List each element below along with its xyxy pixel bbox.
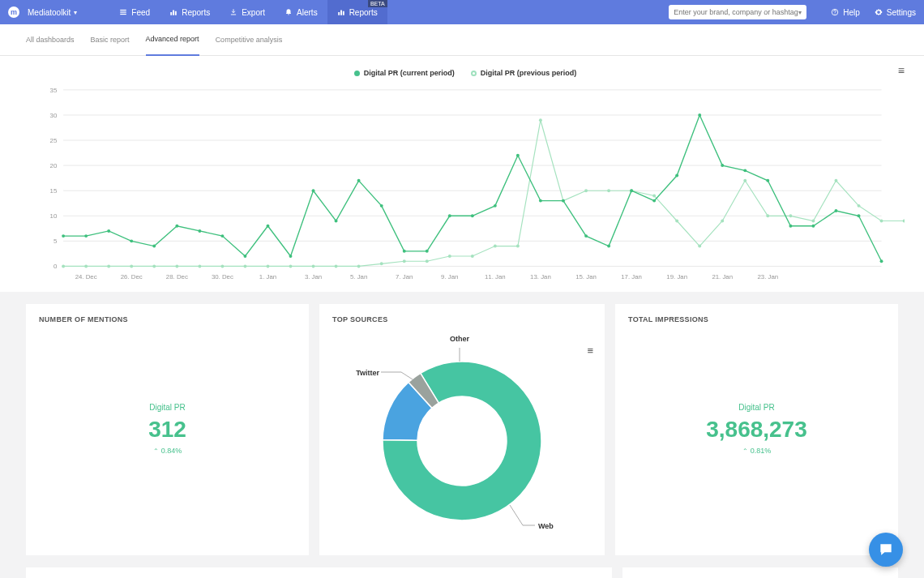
svg-rect-2: [121, 14, 127, 15]
svg-point-81: [62, 234, 65, 238]
svg-point-105: [607, 245, 610, 248]
svg-point-49: [198, 264, 201, 268]
nav-reports-beta[interactable]: Reports BETA: [327, 0, 387, 24]
mentions-value: 312: [148, 417, 186, 443]
nav-reports[interactable]: Reports: [160, 0, 220, 24]
svg-text:13. Jan: 13. Jan: [530, 273, 551, 280]
svg-text:15: 15: [50, 187, 58, 195]
tab-competitive-analysis[interactable]: Competitive analysis: [216, 24, 283, 56]
svg-point-88: [220, 234, 224, 238]
legend-current[interactable]: Digital PR (current period): [354, 69, 455, 77]
card-impressions: TOTAL IMPRESSIONS Digital PR 3,868,273 ⌃…: [615, 304, 898, 555]
card-mentions-title: NUMBER OF MENTIONS: [39, 315, 296, 323]
svg-point-59: [426, 259, 429, 263]
kpi-row: NUMBER OF MENTIONS Digital PR 312 ⌃ 0.84…: [0, 304, 924, 567]
svg-point-117: [880, 259, 883, 263]
svg-text:21. Jan: 21. Jan: [712, 273, 733, 280]
svg-point-51: [243, 264, 246, 268]
hamburger-icon: ≡: [898, 64, 905, 77]
svg-point-102: [539, 199, 542, 203]
svg-text:7. Jan: 7. Jan: [396, 273, 413, 280]
svg-point-114: [811, 225, 815, 228]
bar-chart-icon: [169, 8, 178, 16]
impressions-delta: ⌃ 0.81%: [742, 447, 772, 455]
svg-text:Other: Other: [450, 335, 470, 343]
svg-point-58: [403, 259, 406, 263]
svg-rect-4: [173, 11, 174, 15]
svg-text:Web: Web: [538, 522, 554, 530]
svg-rect-6: [231, 15, 236, 15]
chat-button[interactable]: [869, 533, 903, 567]
svg-point-95: [380, 204, 383, 208]
feed-icon: [119, 8, 127, 16]
svg-rect-1: [121, 11, 127, 12]
legend-current-label: Digital PR (current period): [364, 69, 455, 77]
card-menu-button[interactable]: ≡: [587, 345, 593, 357]
svg-point-85: [152, 245, 156, 248]
svg-text:23. Jan: 23. Jan: [757, 273, 778, 280]
svg-point-92: [312, 189, 315, 192]
card-mentions: NUMBER OF MENTIONS Digital PR 312 ⌃ 0.84…: [26, 304, 309, 555]
chevron-down-icon: ▾: [798, 9, 802, 16]
arrow-up-icon: ⌃: [153, 447, 159, 455]
impressions-value: 3,868,273: [706, 417, 807, 443]
svg-point-71: [698, 245, 701, 248]
card-mentions-by-channel: MENTIONS OVER TIME BY CHANNEL: [26, 567, 612, 578]
help-label: Help: [843, 8, 860, 17]
svg-point-53: [289, 264, 293, 268]
svg-point-70: [675, 220, 678, 223]
card-sources-title: TOP SOURCES: [332, 315, 592, 323]
nav-feed[interactable]: Feed: [109, 0, 160, 24]
donut-chart: TwitterOtherWeb: [332, 323, 592, 542]
svg-text:25: 25: [50, 137, 58, 144]
settings-link[interactable]: Settings: [875, 8, 916, 17]
download-icon: [229, 8, 237, 16]
brand-selector[interactable]: Mediatoolkit ▾: [28, 8, 77, 17]
legend-dot-hollow-icon: [471, 71, 477, 76]
svg-text:20: 20: [50, 162, 58, 169]
svg-point-100: [494, 204, 497, 208]
search-box[interactable]: ▾: [669, 5, 806, 19]
mentions-label: Digital PR: [149, 403, 185, 412]
svg-point-97: [426, 250, 429, 253]
nav-alerts[interactable]: Alerts: [275, 0, 327, 24]
tab-all-dashboards[interactable]: All dashboards: [26, 24, 75, 56]
svg-point-55: [335, 264, 338, 268]
nav-export[interactable]: Export: [220, 0, 275, 24]
svg-text:26. Dec: 26. Dec: [121, 273, 143, 280]
svg-point-82: [84, 234, 88, 238]
svg-rect-7: [338, 12, 340, 15]
help-link[interactable]: Help: [831, 8, 860, 17]
tab-advanced-report[interactable]: Advanced report: [146, 24, 199, 56]
svg-point-78: [858, 204, 861, 208]
chart-legend: Digital PR (current period) Digital PR (…: [26, 64, 905, 85]
svg-point-43: [62, 264, 65, 268]
chart-menu-button[interactable]: ≡: [898, 64, 905, 77]
tab-basic-label: Basic report: [91, 36, 130, 44]
main-line-chart-panel: Digital PR (current period) Digital PR (…: [0, 56, 924, 292]
nav-reports2-label: Reports: [349, 8, 378, 17]
svg-point-101: [516, 154, 520, 157]
svg-text:30: 30: [50, 112, 58, 119]
svg-rect-5: [175, 11, 177, 15]
svg-point-54: [312, 264, 315, 268]
legend-previous[interactable]: Digital PR (previous period): [471, 69, 577, 77]
nav-export-label: Export: [242, 8, 265, 17]
search-input[interactable]: [674, 8, 798, 16]
svg-point-48: [175, 264, 178, 268]
chevron-down-icon: ▾: [74, 9, 77, 16]
svg-point-106: [630, 189, 633, 192]
svg-point-64: [539, 118, 542, 122]
svg-point-108: [675, 174, 678, 178]
svg-point-83: [107, 229, 110, 233]
svg-point-98: [448, 214, 451, 217]
hamburger-icon: ≡: [587, 345, 593, 357]
top-right-links: Help Settings: [831, 8, 916, 17]
svg-point-61: [471, 255, 474, 258]
arrow-up-icon: ⌃: [742, 447, 748, 455]
svg-point-74: [766, 214, 769, 217]
svg-point-99: [471, 214, 474, 217]
svg-point-93: [335, 220, 338, 223]
svg-text:17. Jan: 17. Jan: [621, 273, 642, 280]
tab-basic-report[interactable]: Basic report: [91, 24, 130, 56]
